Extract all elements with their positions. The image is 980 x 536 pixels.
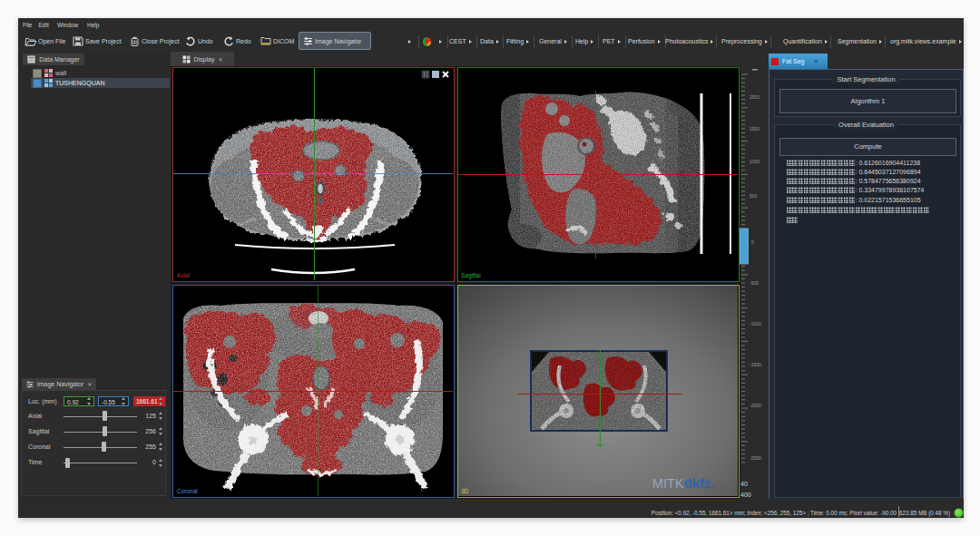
svg-text:Sagittal: Sagittal: [461, 272, 481, 279]
svg-text:0: 0: [751, 239, 754, 245]
svg-text:-2000: -2000: [750, 403, 761, 408]
svg-text:-2500: -2500: [750, 455, 761, 461]
svg-text:400: 400: [740, 492, 751, 498]
svg-text:3D: 3D: [461, 488, 469, 494]
svg-text:MITK: MITK: [652, 476, 684, 491]
svg-text:Coronal: Coronal: [177, 488, 198, 494]
svg-text:-1500: -1500: [750, 362, 761, 367]
svg-text:40: 40: [740, 481, 748, 487]
svg-text:dkfz.: dkfz.: [684, 476, 714, 491]
svg-text:Axial: Axial: [177, 272, 191, 278]
svg-text:2500: 2500: [750, 94, 760, 100]
svg-text:-1000: -1000: [750, 321, 761, 326]
svg-text:1000: 1000: [750, 159, 760, 164]
svg-text:500: 500: [750, 193, 758, 199]
svg-text:1500: 1500: [750, 126, 760, 132]
svg-text:-500: -500: [750, 280, 759, 286]
